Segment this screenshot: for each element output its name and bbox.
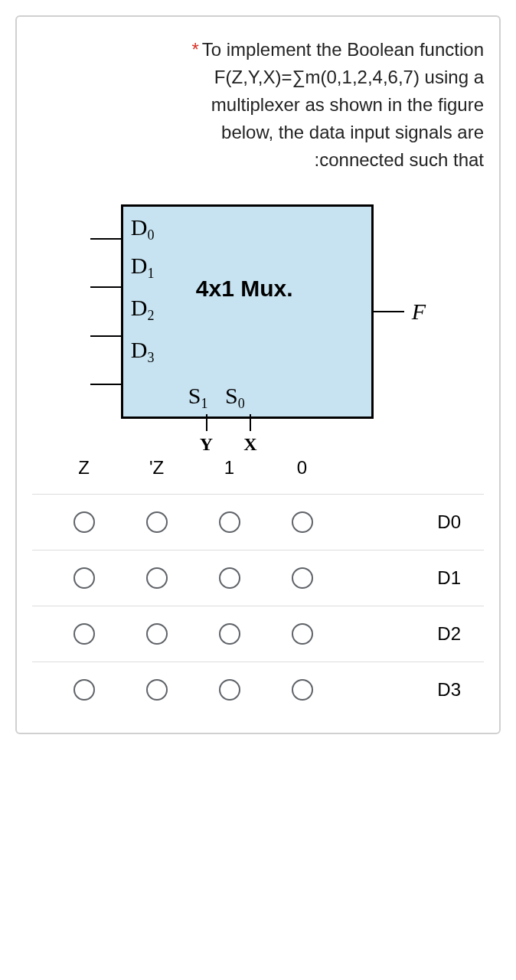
question-card: *To implement the Boolean function F(Z,Y… [15,15,501,734]
select-labels: S1 S0 [188,383,245,409]
col-head-zprime: 'Z [120,457,193,479]
radio-cell [266,679,338,701]
row-label-d1: D1 [338,567,469,589]
d1-line [90,286,121,288]
radio-d1-1[interactable] [219,567,240,589]
radio-cell [193,623,266,645]
question-line3: multiplexer as shown in the figure [211,94,484,115]
radio-cell [120,623,193,645]
radio-d0-z[interactable] [73,511,95,533]
sel-y-line [206,414,207,431]
radio-d1-zprime[interactable] [146,567,168,589]
input-lines [90,223,121,400]
answer-row-d3: D3 [32,662,484,717]
radio-cell [266,567,338,589]
radio-d2-z[interactable] [73,623,95,645]
mux-box: D0 D1 D2 D3 4x1 Mux. S1 S0 Y X [121,204,374,419]
radio-cell [47,511,120,533]
col-head-0: 0 [266,457,338,479]
mux-title: 4x1 Mux. [196,276,293,302]
radio-d0-0[interactable] [292,511,313,533]
radio-cell [193,511,266,533]
output-label: F [412,299,426,325]
required-asterisk: * [191,39,198,60]
col-head-z: Z [47,457,120,479]
sel-y-label: Y [200,434,213,455]
d0-line [90,238,121,240]
d0-label: D0 [131,214,155,240]
radio-d3-0[interactable] [292,679,313,701]
answer-grid: D0 D1 D2 D3 [32,494,484,717]
radio-cell [120,511,193,533]
answer-row-d2: D2 [32,606,484,662]
radio-d3-z[interactable] [73,679,95,701]
radio-d2-1[interactable] [219,623,240,645]
radio-d2-zprime[interactable] [146,623,168,645]
select-input-lines: Y X [200,414,257,455]
radio-cell [120,679,193,701]
question-line5: :connected such that [315,149,484,170]
radio-d1-0[interactable] [292,567,313,589]
row-label-d0: D0 [338,511,469,533]
radio-cell [47,679,120,701]
radio-d1-z[interactable] [73,567,95,589]
radio-cell [47,623,120,645]
row-label-d3: D3 [338,679,469,701]
radio-d2-0[interactable] [292,623,313,645]
question-line2: F(Z,Y,X)=∑m(0,1,2,4,6,7) using a [214,67,484,87]
radio-cell [47,567,120,589]
mux-diagram: D0 D1 D2 D3 4x1 Mux. S1 S0 Y X F [32,204,484,419]
col-head-1: 1 [193,457,266,479]
sel-x: X [243,414,256,455]
radio-cell [266,623,338,645]
radio-cell [266,511,338,533]
column-headers: Z 'Z 1 0 [32,457,484,479]
d2-line [90,335,121,337]
radio-cell [193,567,266,589]
radio-cell [193,679,266,701]
d3-line [90,384,121,385]
d2-label: D2 [131,295,155,321]
sel-x-line [250,414,251,431]
radio-d0-1[interactable] [219,511,240,533]
question-line4: below, the data input signals are [221,122,484,142]
radio-d3-1[interactable] [219,679,240,701]
sel-x-label: X [243,434,256,455]
output-line [374,311,404,312]
radio-d0-zprime[interactable] [146,511,168,533]
sel-y: Y [200,414,213,455]
answer-row-d0: D0 [32,494,484,550]
question-line1: To implement the Boolean function [202,39,484,60]
d3-label: D3 [131,337,155,363]
row-label-d2: D2 [338,623,469,645]
radio-d3-zprime[interactable] [146,679,168,701]
answer-row-d1: D1 [32,550,484,606]
d1-label: D1 [131,253,155,279]
radio-cell [120,567,193,589]
question-text: *To implement the Boolean function F(Z,Y… [32,36,484,174]
